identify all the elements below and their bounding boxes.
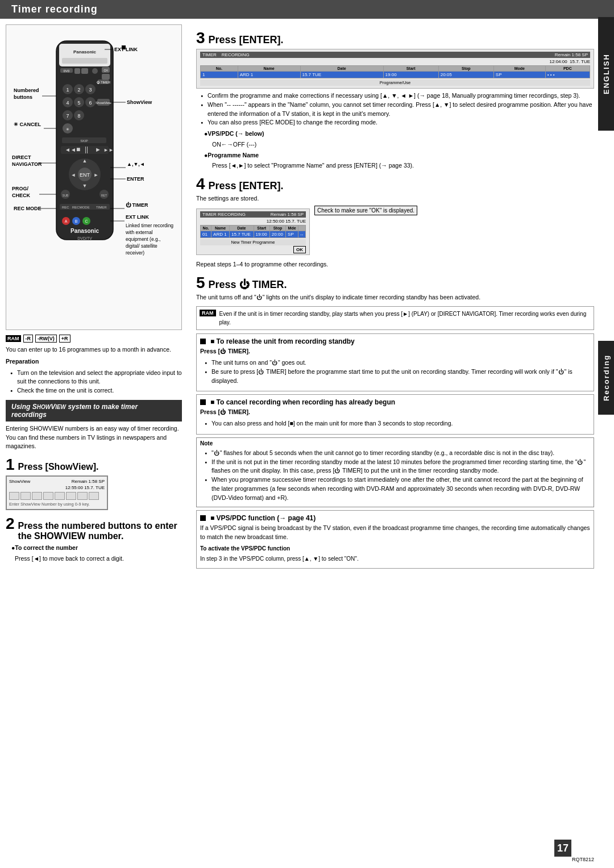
release-standby-title: ■ To release the unit from recording sta…	[200, 337, 590, 345]
svg-text:TIMER: TIMER	[96, 206, 107, 209]
step-5-title: Press ⏻ TIMER.	[209, 279, 287, 291]
svg-text:EXT LINK: EXT LINK	[114, 47, 138, 52]
svg-text:ShowView: ShowView	[96, 101, 112, 105]
svg-text:REC: REC	[62, 206, 69, 209]
svg-text:NAVIGATOR: NAVIGATOR	[12, 161, 42, 167]
cancel-press: Press [⏻ TIMER].	[200, 408, 590, 417]
svg-rect-7	[81, 68, 88, 74]
svg-text:DVD/TV: DVD/TV	[77, 236, 92, 240]
prep-item-2: Check the time on the unit is correct.	[13, 386, 182, 395]
svg-text:8: 8	[77, 113, 80, 119]
step-3-bullets: Confirm the programme and make correctio…	[203, 91, 594, 127]
svg-text:6: 6	[89, 100, 92, 106]
step-4-title: Press [ENTER].	[209, 180, 284, 192]
intro-text: You can enter up to 16 programmes up to …	[6, 345, 182, 354]
svg-rect-65	[122, 45, 126, 49]
release-standby-section: ■ To release the unit from recording sta…	[196, 333, 594, 391]
step-4-container: 4 Press [ENTER]. The settings are stored…	[196, 176, 594, 269]
svg-text:CHECK: CHECK	[12, 193, 31, 198]
svg-text:Numbered: Numbered	[14, 87, 39, 93]
step-5-text: The unit turns off and "⏻" lights on the…	[196, 293, 594, 302]
screen-1-table: No. Name Date Start Stop Mode PDC 1 ARD …	[200, 65, 590, 78]
release-item-2: Be sure to press [⏻ TIMER] before the pr…	[207, 368, 590, 386]
svg-text:✳ CANCEL: ✳ CANCEL	[14, 122, 42, 127]
svg-text:RET: RET	[101, 194, 107, 197]
step-1-heading: 1 Press [ShowView].	[6, 457, 182, 473]
step-1-title: Press [ShowView].	[18, 462, 99, 472]
note-item-3: When you programme successive timer reco…	[207, 475, 590, 502]
preparation-list: Turn on the television and select the ap…	[13, 369, 182, 395]
svg-text:SUB: SUB	[63, 194, 69, 197]
showview-intro: Entering SHOWVIEW numbers is an easy way…	[6, 424, 182, 451]
step-2-sub-label: ●To correct the number	[11, 544, 182, 553]
svg-point-8	[92, 68, 98, 74]
svg-text:ENTER: ENTER	[127, 176, 144, 182]
cancel-item-1: You can also press and hold [■] on the m…	[207, 419, 590, 428]
main-note-box: Note "⏻" flashes for about 5 seconds whe…	[196, 437, 594, 508]
step-4-heading: 4 Press [ENTER].	[196, 176, 594, 192]
vps-pdc-label: ●VPS/PDC (→ below)	[204, 130, 594, 139]
badge-r: -R	[23, 335, 34, 343]
svg-text:Panasonic: Panasonic	[70, 228, 99, 234]
svg-text:►►: ►►	[103, 147, 114, 153]
ok-label: OK	[293, 246, 306, 253]
svg-text:RECMODE: RECMODE	[72, 206, 90, 209]
svg-text:CH: CH	[103, 69, 108, 72]
screen-2-title-bar: TIMER RECORDING Remain 1:58 SP	[200, 211, 306, 218]
badge-ram: RAM	[6, 335, 21, 342]
svg-text:▲: ▲	[82, 158, 88, 164]
svg-text:3: 3	[89, 87, 92, 93]
note-label: Note	[200, 440, 590, 446]
svg-text:||: ||	[85, 145, 88, 153]
step3-bullet-3: You can also press [REC MODE] to change …	[203, 118, 594, 127]
svg-text:Panasonic: Panasonic	[73, 49, 97, 55]
svg-text:◄: ◄	[71, 172, 76, 178]
svg-text:4: 4	[66, 100, 69, 106]
vps-pdc-main-text: If a VPS/PDC signal is being broadcast b…	[200, 524, 590, 542]
svg-rect-6	[74, 68, 80, 74]
ram-badge: RAM	[200, 310, 216, 316]
svg-text:DVD: DVD	[64, 69, 70, 73]
svg-rect-3	[62, 58, 107, 64]
doc-code: RQT8212	[572, 857, 594, 862]
screen-title-bar-1: TIMER RECORDING Remain 1:58 SP	[200, 52, 590, 58]
step-4-text: The settings are stored.	[196, 194, 594, 203]
ram-note-box: RAM Even if the unit is in timer recordi…	[196, 306, 594, 330]
release-press: Press [⏻ TIMER].	[200, 347, 590, 356]
check-ok-note: Check to make sure "OK" is displayed.	[314, 206, 417, 215]
step-5-container: 5 Press ⏻ TIMER. The unit turns off and …	[196, 275, 594, 302]
step-4-screen-wrap: TIMER RECORDING Remain 1:58 SP 12:50:00 …	[196, 206, 594, 258]
prep-item-1: Turn on the television and select the ap…	[13, 369, 182, 387]
screen-2-footer: New Timer Programme	[200, 239, 306, 245]
note-item-2: If the unit is not put in the timer reco…	[207, 458, 590, 476]
left-column: Panasonic DVD CH 1	[6, 24, 182, 571]
square-bullet-3	[200, 515, 206, 521]
ext-link-description: Linked timer recording with external equ…	[126, 223, 174, 256]
activate-label: To activate the VPS/PDC function	[200, 544, 590, 553]
badge-rwv: -RW(V)	[35, 335, 57, 343]
step3-bullet-2: When "-- ------" appears in the "Name" c…	[203, 101, 594, 119]
svg-text:■: ■	[76, 145, 80, 153]
side-tab-recording: Recording	[598, 341, 614, 415]
svg-text:►: ►	[94, 172, 99, 178]
timer-screen-1: TIMER RECORDING Remain 1:58 SP 12:04:00 …	[196, 49, 594, 89]
vps-pdc-section: ■ VPS/PDC function (→ page 41) If a VPS/…	[196, 510, 594, 569]
remote-control-box: Panasonic DVD CH 1	[6, 24, 182, 330]
repeat-steps: Repeat steps 1–4 to programme other reco…	[196, 260, 594, 269]
side-tab-english: ENGLISH	[598, 17, 614, 131]
svg-text:C: C	[85, 219, 88, 223]
right-column: 3 Press [ENTER]. TIMER RECORDING Remain …	[190, 24, 594, 571]
svg-text:DIRECT: DIRECT	[12, 155, 31, 160]
svg-text:SKIP: SKIP	[80, 139, 88, 143]
timer-screen-2: TIMER RECORDING Remain 1:58 SP 12:50:00 …	[196, 208, 310, 255]
svg-text:◄◄: ◄◄	[65, 147, 76, 153]
svg-text:2: 2	[77, 87, 80, 93]
screen-1-footer: Programme/Use	[200, 80, 590, 86]
svg-text:7: 7	[66, 113, 69, 119]
svg-text:REC MODE: REC MODE	[14, 206, 42, 211]
step-5-heading: 5 Press ⏻ TIMER.	[196, 275, 594, 291]
note-bullets: "⏻" flashes for about 5 seconds when the…	[207, 449, 590, 503]
step-3-title: Press [ENTER].	[209, 34, 284, 46]
page-number: 17	[554, 840, 571, 857]
vps-pdc-section-title: ■ VPS/PDC function (→ page 41)	[200, 514, 590, 522]
